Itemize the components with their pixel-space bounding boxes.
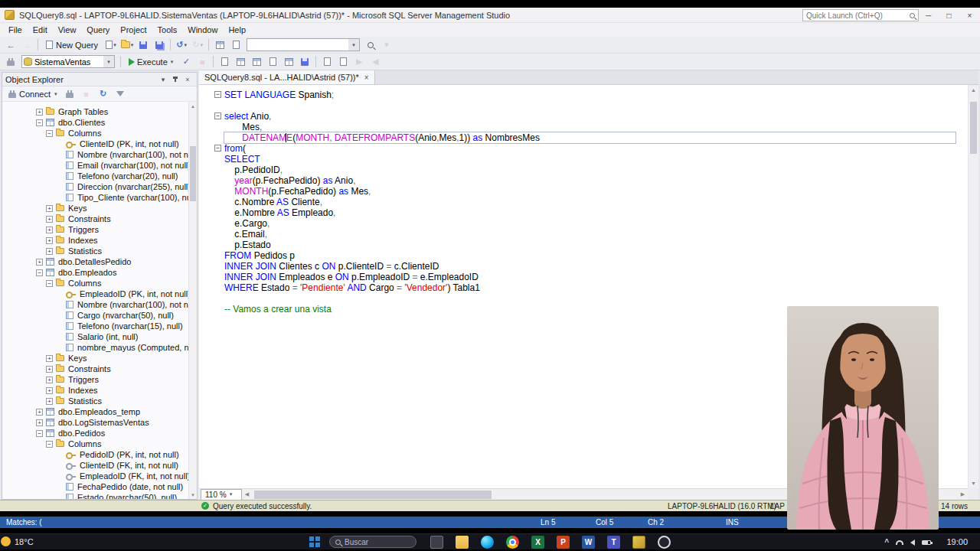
new-query-button[interactable]: New Query [41, 38, 103, 52]
tree-item[interactable]: Salario (int, null) [2, 331, 188, 342]
fold-marker[interactable]: − [214, 145, 221, 152]
expand-icon[interactable]: + [36, 109, 43, 116]
zoom-selector[interactable]: 110 % ▾ [201, 489, 242, 500]
tree-item[interactable]: −dbo.Empleados [2, 267, 188, 278]
code-line[interactable]: e.Nombre AS Empleado, [224, 207, 956, 218]
fold-marker[interactable]: − [214, 91, 221, 98]
tree-item[interactable]: Cargo (nvarchar(50), null) [2, 310, 188, 321]
code-line[interactable]: WHERE Estado = 'Pendiente' AND Cargo = '… [224, 282, 956, 293]
code-line[interactable]: c.Nombre AS Cliente, [224, 197, 956, 207]
taskbar-search-input[interactable] [345, 538, 410, 546]
save-all-icon[interactable] [152, 38, 167, 52]
scroll-left-icon[interactable]: ◀ [242, 489, 252, 500]
code-line[interactable]: FROM Pedidos p [224, 250, 956, 261]
menu-tools[interactable]: Tools [152, 24, 183, 36]
obs-icon[interactable] [658, 536, 671, 549]
tree-item[interactable]: +Graph Tables [2, 106, 188, 117]
scroll-down-icon[interactable]: ▼ [189, 491, 197, 499]
change-connection-icon[interactable] [3, 55, 18, 69]
cancel-query-icon[interactable]: ■ [194, 55, 210, 69]
powerpoint-icon[interactable]: P [557, 536, 570, 549]
code-line[interactable]: p.PedidoID, [224, 165, 956, 175]
tree-item[interactable]: Nombre (nvarchar(100), not null) [2, 299, 188, 310]
code-line[interactable]: p.Estado [224, 240, 956, 250]
tree-item[interactable]: −Columns [2, 278, 188, 289]
tree-item[interactable]: +Indexes [2, 385, 188, 396]
tree-item[interactable]: +dbo.Empleados_temp [2, 406, 188, 417]
tree-item[interactable]: +Keys [2, 203, 188, 214]
scrollbar-thumb[interactable] [970, 102, 977, 154]
scroll-right-icon[interactable]: ▶ [958, 489, 968, 500]
code-line[interactable]: DATENAME(MONTH, DATEFROMPARTS(Anio,Mes,1… [224, 132, 956, 143]
open-file-icon[interactable]: ▾ [119, 38, 135, 52]
refresh-icon[interactable]: ↻ [96, 87, 111, 101]
include-actual-plan-icon[interactable] [233, 55, 248, 69]
expand-icon[interactable]: + [46, 377, 53, 383]
expand-icon[interactable]: + [46, 387, 53, 394]
redo-icon[interactable]: ↻▾ [190, 38, 205, 52]
battery-icon[interactable] [922, 540, 931, 545]
menu-view[interactable]: View [53, 24, 82, 36]
tree-item[interactable]: Telefono (nvarchar(15), null) [2, 321, 188, 331]
properties-window-icon[interactable] [228, 38, 243, 52]
code-line[interactable]: INNER JOIN Empleados e ON p.EmpleadoID =… [224, 272, 956, 282]
scrollbar-thumb[interactable] [254, 491, 492, 499]
tree-item[interactable]: −Columns [2, 439, 188, 449]
code-line[interactable] [224, 100, 956, 111]
code-line[interactable]: c.Email, [224, 229, 956, 240]
toolbar-overflow-icon[interactable]: ▾ [379, 38, 394, 52]
maximize-button[interactable]: □ [939, 8, 959, 23]
tree-item[interactable]: Nombre (nvarchar(100), not null) [2, 149, 188, 160]
save-icon[interactable] [136, 38, 151, 52]
tree-item[interactable]: +Triggers [2, 224, 188, 235]
tree-item[interactable]: Direccion (nvarchar(255), null) [2, 181, 188, 192]
quick-launch-box[interactable] [802, 9, 919, 21]
collapse-icon[interactable]: − [46, 130, 53, 137]
code-line[interactable]: SELECT [224, 154, 956, 165]
task-view-icon[interactable] [430, 536, 443, 549]
file-explorer-icon[interactable] [456, 536, 469, 549]
results-to-grid-icon[interactable] [281, 55, 296, 69]
word-icon[interactable]: W [582, 536, 595, 549]
code-line[interactable]: −select Anio, [224, 111, 956, 122]
volume-icon[interactable] [910, 540, 915, 546]
scroll-down-icon[interactable]: ▼ [969, 478, 978, 488]
menu-edit[interactable]: Edit [28, 24, 53, 36]
find-combo-input[interactable] [247, 39, 348, 51]
menu-query[interactable]: Query [81, 24, 115, 36]
tree-item[interactable]: +dbo.DetallesPedido [2, 256, 188, 267]
collapse-icon[interactable]: − [46, 441, 53, 448]
code-line[interactable]: MONTH(p.FechaPedido) as Mes, [224, 186, 956, 197]
disconnect-icon[interactable] [62, 87, 77, 101]
code-line[interactable]: Mes, [224, 122, 956, 132]
minimize-button[interactable]: ─ [918, 8, 939, 23]
chevron-down-icon[interactable]: ▾ [348, 39, 359, 51]
uncomment-icon[interactable] [335, 55, 351, 69]
expand-icon[interactable]: + [36, 259, 43, 266]
menu-help[interactable]: Help [223, 24, 251, 36]
tree-item[interactable]: EmpleadoID (PK, int, not null) [2, 289, 188, 299]
available-databases-combo-input[interactable] [32, 56, 103, 67]
execute-button[interactable]: Execute▾ [124, 55, 178, 69]
tree-item[interactable]: +dbo.LogSistemasVentas [2, 417, 188, 428]
quick-launch-input[interactable] [806, 11, 910, 20]
expand-icon[interactable]: + [36, 409, 43, 416]
close-button[interactable]: × [959, 8, 980, 23]
tree-item[interactable]: −dbo.Clientes [2, 117, 188, 128]
chrome-icon[interactable] [506, 536, 519, 549]
tree-item[interactable]: +Keys [2, 353, 188, 364]
back-icon[interactable]: ← [3, 38, 18, 52]
new-file-icon[interactable]: ▾ [103, 38, 119, 52]
live-query-stats-icon[interactable] [249, 55, 264, 69]
tab-sqlquery8[interactable]: SQLQuery8.sql - LA...HALID\Astrid (57))*… [199, 70, 375, 84]
tree-item[interactable]: +Constraints [2, 364, 188, 374]
outdent-icon[interactable]: ◀ [368, 55, 383, 69]
tray-expand-icon[interactable]: ^ [884, 539, 889, 546]
tree-item[interactable]: ClienteID (PK, int, not null) [2, 139, 188, 149]
expand-icon[interactable]: + [46, 355, 53, 362]
collapse-icon[interactable]: − [36, 269, 43, 276]
collapse-icon[interactable]: − [36, 430, 43, 437]
chevron-down-icon[interactable]: ▾ [157, 76, 169, 83]
weather-icon[interactable] [1, 536, 11, 546]
connect-button[interactable]: Connect▾ [5, 90, 60, 99]
